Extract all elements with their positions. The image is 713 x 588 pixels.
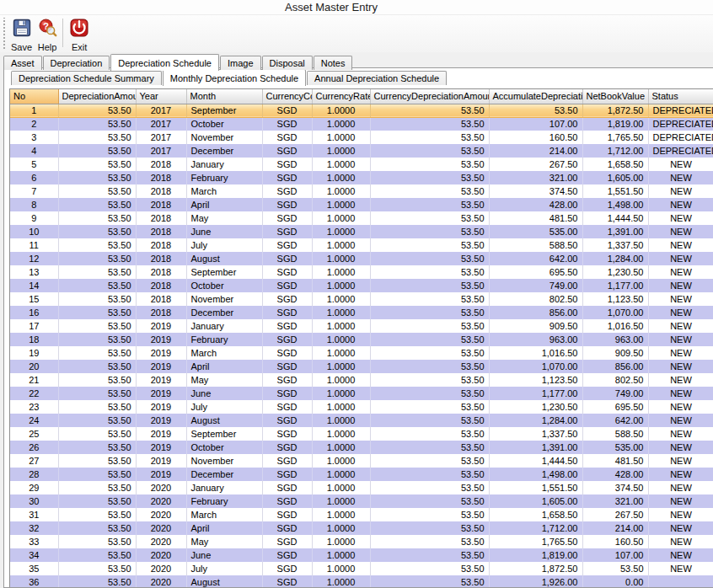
cell-status[interactable]: NEW: [648, 306, 713, 319]
cell-no[interactable]: 5: [10, 158, 58, 171]
cell-status[interactable]: NEW: [648, 414, 713, 427]
table-row[interactable]: 3353.502020MaySGD1.000053.501,765.50160.…: [10, 535, 713, 548]
cell-currencycode[interactable]: SGD: [262, 238, 312, 252]
cell-netbookvalue[interactable]: 1,070.00: [582, 306, 648, 319]
cell-currencycode[interactable]: SGD: [262, 387, 312, 400]
cell-depreciationamount[interactable]: 53.50: [58, 184, 136, 198]
cell-currencyrate[interactable]: 1.0000: [312, 454, 370, 468]
tab-disposal[interactable]: Disposal: [262, 56, 313, 70]
cell-currencydepreciationamount[interactable]: 53.50: [370, 238, 489, 252]
cell-depreciationamount[interactable]: 53.50: [58, 279, 136, 292]
cell-currencycode[interactable]: SGD: [262, 535, 312, 548]
cell-month[interactable]: October: [186, 117, 262, 131]
cell-depreciationamount[interactable]: 53.50: [58, 373, 136, 387]
cell-status[interactable]: NEW: [648, 211, 713, 225]
cell-no[interactable]: 18: [10, 333, 58, 346]
cell-currencyrate[interactable]: 1.0000: [312, 306, 370, 319]
cell-year[interactable]: 2019: [136, 346, 186, 360]
cell-month[interactable]: February: [186, 333, 262, 346]
cell-currencycode[interactable]: SGD: [262, 171, 312, 184]
column-header-depreciationamount[interactable]: DepreciationAmount: [58, 89, 136, 104]
cell-currencydepreciationamount[interactable]: 53.50: [370, 494, 489, 508]
tab-monthly-depreciation-schedule[interactable]: Monthly Depreciation Schedule: [163, 69, 306, 86]
cell-currencycode[interactable]: SGD: [262, 265, 312, 279]
cell-netbookvalue[interactable]: 535.00: [582, 441, 648, 454]
cell-no[interactable]: 36: [10, 575, 58, 588]
cell-currencyrate[interactable]: 1.0000: [312, 521, 370, 535]
cell-year[interactable]: 2018: [136, 225, 186, 238]
cell-currencyrate[interactable]: 1.0000: [312, 238, 370, 252]
table-row[interactable]: 1553.502018NovemberSGD1.000053.50802.501…: [10, 292, 713, 306]
cell-no[interactable]: 28: [10, 468, 58, 481]
cell-no[interactable]: 6: [10, 171, 58, 184]
cell-depreciationamount[interactable]: 53.50: [58, 171, 136, 184]
cell-month[interactable]: December: [186, 468, 262, 481]
cell-depreciationamount[interactable]: 53.50: [58, 548, 136, 562]
cell-currencyrate[interactable]: 1.0000: [312, 211, 370, 225]
cell-month[interactable]: June: [186, 548, 262, 562]
cell-currencydepreciationamount[interactable]: 53.50: [370, 373, 489, 387]
cell-accumulatedepreciation[interactable]: 160.50: [489, 131, 582, 144]
cell-currencyrate[interactable]: 1.0000: [312, 333, 370, 346]
cell-year[interactable]: 2018: [136, 252, 186, 265]
tab-depreciation[interactable]: Depreciation: [43, 56, 110, 70]
cell-netbookvalue[interactable]: 1,658.50: [582, 158, 648, 171]
help-button[interactable]: ? Help: [35, 17, 60, 53]
cell-status[interactable]: [648, 575, 713, 588]
column-header-currencydepreciationamount[interactable]: CurrencyDepreciationAmount: [370, 89, 489, 104]
cell-status[interactable]: NEW: [648, 400, 713, 414]
cell-currencyrate[interactable]: 1.0000: [312, 548, 370, 562]
tab-image[interactable]: Image: [220, 56, 261, 70]
cell-depreciationamount[interactable]: 53.50: [58, 292, 136, 306]
table-row[interactable]: 253.502017OctoberSGD1.000053.50107.001,8…: [10, 117, 713, 131]
cell-status[interactable]: NEW: [648, 562, 713, 575]
cell-year[interactable]: 2017: [136, 104, 186, 117]
cell-currencyrate[interactable]: 1.0000: [312, 158, 370, 171]
column-header-currencyrate[interactable]: CurrencyRate: [312, 89, 370, 104]
cell-year[interactable]: 2018: [136, 211, 186, 225]
column-header-month[interactable]: Month: [186, 89, 262, 104]
cell-accumulatedepreciation[interactable]: 1,551.50: [489, 481, 582, 494]
cell-netbookvalue[interactable]: 1,872.50: [582, 104, 648, 117]
cell-netbookvalue[interactable]: 0.00: [582, 575, 648, 588]
cell-no[interactable]: 2: [10, 117, 58, 131]
cell-accumulatedepreciation[interactable]: 642.00: [489, 252, 582, 265]
cell-status[interactable]: NEW: [648, 521, 713, 535]
cell-depreciationamount[interactable]: 53.50: [58, 575, 136, 588]
cell-currencydepreciationamount[interactable]: 53.50: [370, 333, 489, 346]
cell-currencydepreciationamount[interactable]: 53.50: [370, 427, 489, 441]
cell-currencyrate[interactable]: 1.0000: [312, 198, 370, 211]
tab-depreciation-schedule-summary[interactable]: Depreciation Schedule Summary: [11, 71, 162, 85]
cell-currencydepreciationamount[interactable]: 53.50: [370, 198, 489, 211]
cell-status[interactable]: NEW: [648, 225, 713, 238]
cell-depreciationamount[interactable]: 53.50: [58, 400, 136, 414]
cell-month[interactable]: March: [186, 346, 262, 360]
cell-netbookvalue[interactable]: 214.00: [582, 521, 648, 535]
cell-year[interactable]: 2018: [136, 158, 186, 171]
cell-status[interactable]: NEW: [648, 373, 713, 387]
cell-month[interactable]: November: [186, 454, 262, 468]
cell-accumulatedepreciation[interactable]: 856.00: [489, 306, 582, 319]
table-row[interactable]: 553.502018JanuarySGD1.000053.50267.501,6…: [10, 158, 713, 171]
cell-accumulatedepreciation[interactable]: 1,284.00: [489, 414, 582, 427]
cell-depreciationamount[interactable]: 53.50: [58, 441, 136, 454]
cell-status[interactable]: NEW: [648, 184, 713, 198]
table-row[interactable]: 1753.502019JanuarySGD1.000053.50909.501,…: [10, 319, 713, 333]
table-row[interactable]: 1653.502018DecemberSGD1.000053.50856.001…: [10, 306, 713, 319]
column-header-status[interactable]: Status: [648, 89, 713, 104]
cell-status[interactable]: NEW: [648, 198, 713, 211]
cell-no[interactable]: 24: [10, 414, 58, 427]
cell-currencycode[interactable]: SGD: [262, 333, 312, 346]
cell-currencyrate[interactable]: 1.0000: [312, 494, 370, 508]
cell-currencyrate[interactable]: 1.0000: [312, 387, 370, 400]
table-row[interactable]: 3453.502020JuneSGD1.000053.501,819.00107…: [10, 548, 713, 562]
cell-currencydepreciationamount[interactable]: 53.50: [370, 454, 489, 468]
cell-netbookvalue[interactable]: 1,391.00: [582, 225, 648, 238]
cell-month[interactable]: August: [186, 414, 262, 427]
cell-no[interactable]: 20: [10, 360, 58, 373]
cell-depreciationamount[interactable]: 53.50: [58, 387, 136, 400]
table-row[interactable]: 2653.502019OctoberSGD1.000053.501,391.00…: [10, 441, 713, 454]
cell-netbookvalue[interactable]: 1,551.50: [582, 184, 648, 198]
cell-no[interactable]: 12: [10, 252, 58, 265]
cell-no[interactable]: 15: [10, 292, 58, 306]
